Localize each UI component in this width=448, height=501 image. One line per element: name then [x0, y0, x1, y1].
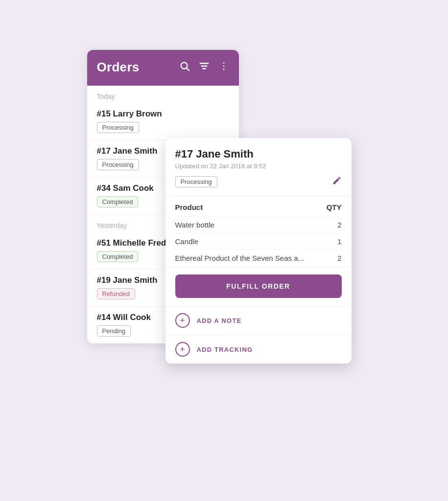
order-detail-panel: #17 Jane Smith Updated on 22 Jan 2018 at…: [165, 138, 352, 364]
scene: Orders: [87, 50, 361, 451]
order-name: #15 Larry Brown: [97, 109, 229, 119]
product-name: Ethereal Product of the Seven Seas a...: [175, 254, 327, 262]
add-note-row[interactable]: + ADD A NOTE: [165, 306, 352, 335]
product-name: Candle: [175, 237, 327, 246]
detail-order-name: #17 Jane Smith: [175, 148, 342, 160]
section-today-label: Today: [87, 86, 239, 103]
detail-status-row: Processing: [175, 176, 342, 188]
more-options-icon[interactable]: [218, 61, 229, 74]
svg-point-5: [223, 62, 224, 64]
qty-col-header: QTY: [327, 203, 342, 211]
fulfill-order-button[interactable]: FULFILL ORDER: [175, 274, 342, 298]
detail-status-badge: Processing: [175, 176, 217, 187]
add-note-label: ADD A NOTE: [197, 317, 242, 324]
product-qty: 1: [327, 237, 342, 246]
page-title: Orders: [97, 60, 140, 75]
product-col-header: Product: [175, 203, 203, 211]
svg-line-1: [187, 68, 189, 70]
product-qty: 2: [327, 254, 342, 262]
status-badge: Completed: [97, 196, 139, 207]
add-tracking-icon: +: [175, 342, 190, 357]
product-name: Water bottle: [175, 221, 327, 229]
product-row-candle: Candle 1: [175, 233, 342, 250]
svg-point-6: [223, 66, 224, 67]
detail-header: #17 Jane Smith Updated on 22 Jan 2018 at…: [165, 138, 352, 196]
status-badge: Processing: [97, 122, 139, 133]
product-row-water-bottle: Water bottle 2: [175, 216, 342, 233]
edit-icon[interactable]: [332, 176, 342, 188]
detail-products-section: Product QTY Water bottle 2 Candle 1 Ethe…: [165, 196, 352, 267]
status-badge: Completed: [97, 251, 139, 262]
products-table-header: Product QTY: [175, 196, 342, 216]
detail-updated-text: Updated on 22 Jan 2018 at 9:52: [175, 162, 342, 170]
svg-point-7: [223, 68, 224, 70]
status-badge: Pending: [97, 325, 131, 337]
add-tracking-row[interactable]: + ADD TRACKING: [165, 335, 352, 364]
add-tracking-label: ADD TRACKING: [197, 346, 253, 353]
orders-header: Orders: [87, 50, 239, 86]
header-icons: [179, 61, 229, 74]
status-badge: Processing: [97, 159, 139, 170]
order-item-larry-brown[interactable]: #15 Larry Brown Processing: [87, 103, 239, 140]
product-qty: 2: [327, 221, 342, 229]
product-row-ethereal: Ethereal Product of the Seven Seas a... …: [175, 250, 342, 266]
status-badge: Refunded: [97, 288, 135, 299]
search-icon[interactable]: [179, 61, 190, 74]
add-note-icon: +: [175, 313, 190, 328]
filter-icon[interactable]: [199, 61, 210, 74]
